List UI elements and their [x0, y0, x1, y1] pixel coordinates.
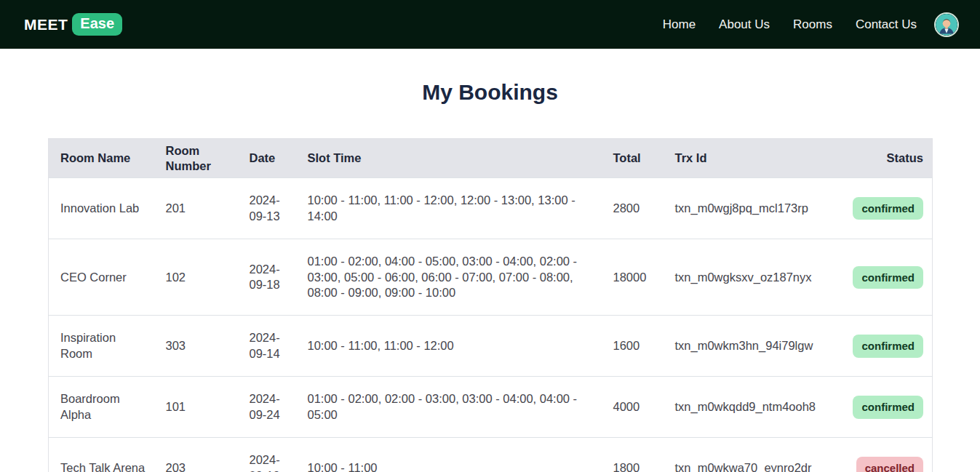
cell-trx-id: txn_m0wkwa70_eynro2dr: [664, 438, 838, 472]
column-header-room-number: Room Number: [154, 139, 238, 178]
cell-room-number: 102: [154, 239, 238, 316]
cell-date: 2024-09-24: [238, 377, 296, 438]
cell-status: cancelled: [838, 438, 933, 472]
cell-total: 2800: [602, 178, 664, 239]
cell-slot-time: 01:00 - 02:00, 02:00 - 03:00, 03:00 - 04…: [296, 377, 602, 438]
cell-trx-id: txn_m0wkqdd9_ntm4ooh8: [664, 377, 838, 438]
brand-badge: Ease: [72, 13, 122, 36]
column-header-slot-time: Slot Time: [296, 139, 602, 178]
bookings-table: Room Name Room Number Date Slot Time Tot…: [48, 138, 933, 472]
bookings-table-body: Innovation Lab 201 2024-09-13 10:00 - 11…: [49, 178, 933, 472]
status-badge: confirmed: [853, 396, 923, 419]
navbar: MEET Ease Home About Us Rooms Contact Us: [0, 0, 980, 49]
user-avatar[interactable]: [934, 12, 959, 37]
cell-room-number: 303: [154, 316, 238, 377]
cell-date: 2024-09-19: [238, 438, 296, 472]
cell-room-name: Tech Talk Arena: [49, 438, 154, 472]
cell-room-number: 203: [154, 438, 238, 472]
table-row: Innovation Lab 201 2024-09-13 10:00 - 11…: [49, 178, 933, 239]
status-badge: cancelled: [856, 457, 923, 472]
table-row: Tech Talk Arena 203 2024-09-19 10:00 - 1…: [49, 438, 933, 472]
cell-room-number: 101: [154, 377, 238, 438]
cell-trx-id: txn_m0wgj8pq_mcl173rp: [664, 178, 838, 239]
cell-status: confirmed: [838, 377, 933, 438]
cell-total: 4000: [602, 377, 664, 438]
cell-total: 1800: [602, 438, 664, 472]
cell-total: 1600: [602, 316, 664, 377]
bookings-table-container: Room Name Room Number Date Slot Time Tot…: [48, 138, 932, 472]
cell-status: confirmed: [838, 178, 933, 239]
cell-slot-time: 10:00 - 11:00, 11:00 - 12:00: [296, 316, 602, 377]
cell-trx-id: txn_m0wgksxv_oz187nyx: [664, 239, 838, 316]
nav-link-about-us[interactable]: About Us: [719, 17, 770, 32]
cell-status: confirmed: [838, 316, 933, 377]
cell-slot-time: 10:00 - 11:00, 11:00 - 12:00, 12:00 - 13…: [296, 178, 602, 239]
table-row: Inspiration Room 303 2024-09-14 10:00 - …: [49, 316, 933, 377]
column-header-date: Date: [238, 139, 296, 178]
table-header: Room Name Room Number Date Slot Time Tot…: [49, 139, 933, 178]
table-row: Boardroom Alpha 101 2024-09-24 01:00 - 0…: [49, 377, 933, 438]
nav-links: Home About Us Rooms Contact Us: [663, 12, 959, 37]
cell-trx-id: txn_m0wkm3hn_94i79lgw: [664, 316, 838, 377]
nav-link-contact-us[interactable]: Contact Us: [856, 17, 917, 32]
cell-room-number: 201: [154, 178, 238, 239]
brand-text: MEET: [24, 16, 68, 33]
cell-date: 2024-09-13: [238, 178, 296, 239]
nav-link-home[interactable]: Home: [663, 17, 696, 32]
status-badge: confirmed: [853, 197, 923, 220]
cell-total: 18000: [602, 239, 664, 316]
brand-logo[interactable]: MEET Ease: [24, 13, 122, 36]
table-row: CEO Corner 102 2024-09-18 01:00 - 02:00,…: [49, 239, 933, 316]
cell-date: 2024-09-18: [238, 239, 296, 316]
nav-link-rooms[interactable]: Rooms: [793, 17, 832, 32]
status-badge: confirmed: [853, 335, 923, 358]
cell-date: 2024-09-14: [238, 316, 296, 377]
column-header-trx-id: Trx Id: [664, 139, 838, 178]
page-title: My Bookings: [0, 80, 980, 105]
column-header-room-name: Room Name: [49, 139, 154, 178]
cell-room-name: Boardroom Alpha: [49, 377, 154, 438]
cell-slot-time: 10:00 - 11:00: [296, 438, 602, 472]
cell-status: confirmed: [838, 239, 933, 316]
cell-room-name: Inspiration Room: [49, 316, 154, 377]
cell-room-name: CEO Corner: [49, 239, 154, 316]
cell-room-name: Innovation Lab: [49, 178, 154, 239]
user-avatar-icon: [936, 14, 957, 36]
column-header-status: Status: [838, 139, 933, 178]
column-header-total: Total: [602, 139, 664, 178]
status-badge: confirmed: [853, 266, 923, 289]
cell-slot-time: 01:00 - 02:00, 04:00 - 05:00, 03:00 - 04…: [296, 239, 602, 316]
